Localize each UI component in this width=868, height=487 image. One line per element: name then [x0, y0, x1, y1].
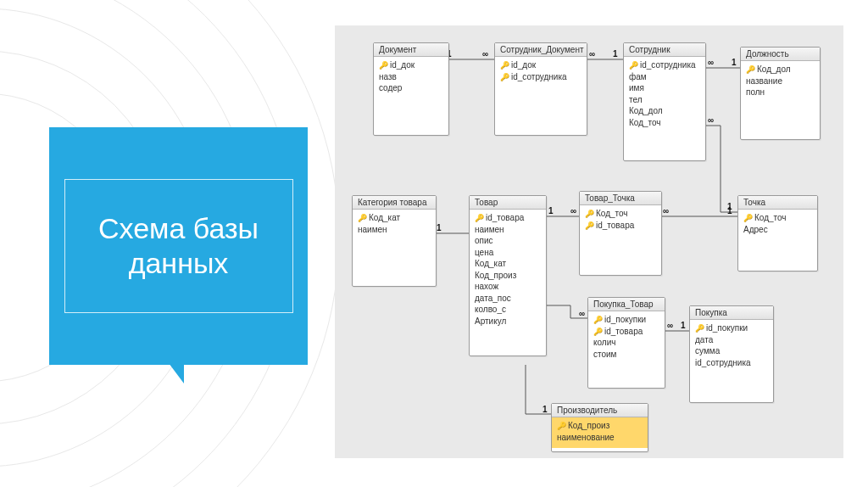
field: 🔑id_товара	[475, 212, 541, 224]
key-icon: 🔑	[379, 61, 388, 70]
table-product-point[interactable]: Товар_Точка 🔑Код_точ🔑id_товара	[579, 191, 662, 276]
field: содер	[379, 82, 443, 94]
field: 🔑id_покупки	[695, 322, 768, 334]
key-icon: 🔑	[475, 214, 484, 222]
table-title: Покупка_Товар	[588, 298, 665, 311]
rel-card-one: 1	[437, 223, 442, 232]
rel-card-many: ∞	[663, 206, 669, 216]
table-title: Должность	[741, 48, 820, 61]
field: дата	[695, 334, 768, 346]
rel-card-many: ∞	[589, 49, 595, 59]
field: 🔑id_сотрудника	[629, 59, 700, 71]
rel-card-one: 1	[542, 405, 548, 414]
table-category[interactable]: Категория товара 🔑Код_катнаимен	[352, 195, 437, 287]
field: наимен	[358, 224, 431, 236]
field: 🔑Код_произ	[557, 420, 643, 432]
field: Адрес	[743, 224, 812, 236]
field: дата_пос	[475, 293, 541, 305]
field: Код_точ	[629, 117, 700, 129]
field: 🔑id_док	[500, 59, 581, 71]
table-fields: 🔑Код_катнаимен	[353, 210, 436, 240]
table-fields: 🔑id_сотрудникафамимятелКод_долКод_точ	[624, 57, 705, 133]
key-icon: 🔑	[585, 221, 594, 230]
field: Код_произ	[475, 270, 541, 282]
table-title: Точка	[738, 196, 817, 210]
table-fields: 🔑id_покупкидатасуммаid_сотрудника	[690, 320, 773, 373]
title-block: Схема базы данных	[49, 127, 308, 365]
rel-card-many: ∞	[708, 58, 714, 67]
slide: Схема базы данных 1 ∞ ∞ 1 ∞ 1 ∞ 1 1	[0, 0, 868, 487]
table-fields: 🔑Код_точ🔑id_товара	[580, 205, 661, 236]
key-icon: 🔑	[585, 210, 594, 218]
table-employee-document[interactable]: Сотрудник_Документ 🔑id_док🔑id_сотрудника	[494, 42, 587, 136]
field: колич	[593, 337, 659, 349]
field: назв	[379, 71, 443, 83]
table-title: Сотрудник_Документ	[495, 43, 587, 57]
table-title: Документ	[374, 43, 448, 57]
callout-pointer-icon	[169, 363, 184, 383]
table-position[interactable]: Должность 🔑Код_долназваниеполн	[740, 47, 821, 140]
field: id_сотрудника	[695, 357, 768, 369]
table-purchase[interactable]: Покупка 🔑id_покупкидатасуммаid_сотрудник…	[689, 305, 774, 403]
field: тел	[629, 94, 700, 106]
field: 🔑Код_кат	[358, 212, 431, 224]
key-icon: 🔑	[500, 73, 509, 81]
key-icon: 🔑	[593, 316, 603, 324]
table-title: Покупка	[690, 306, 773, 320]
key-icon: 🔑	[629, 61, 638, 70]
table-fields: 🔑id_докназвсодер	[374, 57, 448, 99]
table-title: Сотрудник	[624, 43, 705, 57]
rel-card-many: ∞	[708, 115, 714, 125]
slide-title: Схема базы данных	[64, 179, 293, 313]
key-icon: 🔑	[593, 327, 603, 336]
rel-card-many: ∞	[570, 206, 576, 216]
table-fields: 🔑id_док🔑id_сотрудника	[495, 57, 587, 87]
table-purchase-product[interactable]: Покупка_Товар 🔑id_покупки🔑id_товараколич…	[587, 297, 665, 389]
field: цена	[475, 247, 541, 259]
field: 🔑id_товара	[593, 326, 659, 338]
db-schema-diagram: 1 ∞ ∞ 1 ∞ 1 ∞ 1 1 1 ∞ ∞ 1 ∞ ∞ 1 1 Докуме…	[335, 25, 843, 458]
field: 🔑Код_дол	[746, 64, 815, 76]
field: Код_дол	[629, 105, 700, 117]
field: стоим	[593, 349, 659, 361]
key-icon: 🔑	[358, 214, 367, 222]
table-point[interactable]: Точка 🔑Код_точАдрес	[737, 195, 818, 271]
rel-card-many: ∞	[667, 321, 673, 330]
table-title: Товар	[470, 196, 546, 210]
field: 🔑Код_точ	[585, 208, 656, 220]
field: Артикул	[475, 316, 541, 327]
key-icon: 🔑	[743, 214, 753, 222]
table-title: Товар_Точка	[580, 192, 661, 205]
table-title: Производитель	[552, 404, 648, 417]
rel-card-one: 1	[727, 206, 732, 216]
field: фам	[629, 71, 700, 83]
field: 🔑id_товара	[585, 220, 656, 232]
table-title: Категория товара	[353, 196, 436, 210]
key-icon: 🔑	[746, 65, 755, 74]
rel-card-many: ∞	[579, 309, 585, 318]
field: название	[746, 76, 815, 87]
rel-card-one: 1	[681, 321, 686, 330]
rel-card-many: ∞	[482, 49, 488, 59]
key-icon: 🔑	[557, 422, 566, 430]
table-fields: 🔑id_покупки🔑id_товараколичстоим	[588, 311, 665, 365]
table-product[interactable]: Товар 🔑id_товаранаименописценаКод_катКод…	[469, 195, 547, 356]
field: наимен	[475, 224, 541, 236]
rel-card-one: 1	[613, 49, 618, 59]
field: нахож	[475, 281, 541, 293]
field: сумма	[695, 345, 768, 357]
field: 🔑id_док	[379, 59, 443, 71]
table-manufacturer[interactable]: Производитель 🔑Код_произнаименование	[551, 403, 648, 452]
field: 🔑Код_точ	[743, 212, 812, 224]
field: опис	[475, 235, 541, 247]
table-fields: 🔑Код_долназваниеполн	[741, 61, 820, 104]
key-icon: 🔑	[500, 61, 509, 70]
field: Код_кат	[475, 258, 541, 270]
table-fields: 🔑id_товаранаименописценаКод_катКод_произ…	[470, 210, 546, 332]
table-document[interactable]: Документ 🔑id_докназвсодер	[373, 42, 449, 136]
key-icon: 🔑	[695, 324, 704, 333]
field: полн	[746, 87, 815, 98]
rel-card-one: 1	[548, 206, 554, 216]
field: 🔑id_покупки	[593, 314, 659, 326]
table-employee[interactable]: Сотрудник 🔑id_сотрудникафамимятелКод_дол…	[623, 42, 706, 161]
